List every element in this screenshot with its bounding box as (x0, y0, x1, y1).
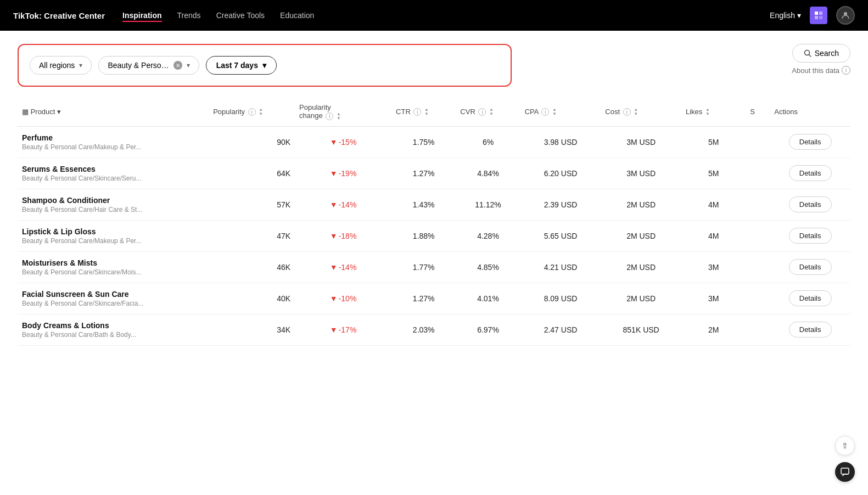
sort-icon: ▲▼ (552, 108, 557, 116)
col-header-cost[interactable]: Cost i ▲▼ (601, 98, 681, 126)
nav-link-creative-tools[interactable]: Creative Tools (216, 9, 265, 22)
down-arrow-icon: ▼ (330, 263, 338, 272)
down-arrow-icon: ▼ (330, 138, 338, 147)
info-icon: i (623, 108, 631, 116)
details-button[interactable]: Details (789, 134, 832, 150)
col-header-product[interactable]: ▦ Product ▾ (18, 98, 209, 126)
search-label: Search (815, 49, 839, 58)
cost-cell: 3M USD (601, 126, 681, 158)
product-category: Beauty & Personal Care/Skincare/Seru... (22, 175, 204, 182)
pop-change-value: ▼-10% (330, 294, 357, 303)
info-icon: i (248, 108, 256, 116)
search-button[interactable]: Search (792, 44, 850, 63)
user-avatar[interactable] (836, 6, 855, 25)
likes-cell: 4M (681, 220, 746, 251)
product-name: Lipstick & Lip Gloss (22, 227, 204, 236)
product-cell: Shampoo & Conditioner Beauty & Personal … (18, 189, 209, 220)
details-button[interactable]: Details (789, 228, 832, 244)
cpa-cell: 5.65 USD (520, 220, 601, 251)
s-cell (746, 283, 770, 314)
col-header-pop-change[interactable]: Popularitychange i ▲▼ (295, 98, 391, 126)
date-label: Last 7 days (216, 61, 258, 70)
s-cell (746, 158, 770, 189)
sort-icon: ▲▼ (489, 108, 494, 116)
product-cell: Moisturisers & Mists Beauty & Personal C… (18, 251, 209, 283)
cpa-cell: 2.47 USD (520, 314, 601, 345)
details-button[interactable]: Details (789, 290, 832, 306)
region-label: All regions (39, 61, 75, 70)
popularity-cell: 34K (209, 314, 295, 345)
filters-row: All regions ▾ Beauty & Perso… ✕ ▾ Last 7… (18, 44, 850, 93)
pop-change-cell: ▼-17% (295, 314, 391, 345)
nav-link-education[interactable]: Education (280, 9, 314, 22)
cpa-cell: 2.39 USD (520, 189, 601, 220)
popularity-cell: 64K (209, 158, 295, 189)
cpa-cell: 4.21 USD (520, 251, 601, 283)
clear-category-icon[interactable]: ✕ (173, 61, 182, 70)
actions-cell: Details (770, 220, 850, 251)
details-button[interactable]: Details (789, 322, 832, 338)
down-arrow-icon: ▼ (330, 169, 338, 178)
scroll-to-top-button[interactable]: ⇧ (835, 436, 855, 455)
svg-rect-2 (815, 16, 818, 19)
down-arrow-icon: ▼ (330, 294, 338, 303)
language-selector[interactable]: English ▾ (770, 11, 801, 20)
nav-link-trends[interactable]: Trends (177, 9, 201, 22)
cost-cell: 2M USD (601, 220, 681, 251)
product-cell: Facial Sunscreen & Sun Care Beauty & Per… (18, 283, 209, 314)
table-icon: ▦ (22, 108, 29, 116)
actions-cell: Details (770, 126, 850, 158)
cvr-cell: 6.97% (456, 314, 520, 345)
details-button[interactable]: Details (789, 259, 832, 275)
col-header-popularity[interactable]: Popularity i ▲▼ (209, 98, 295, 126)
product-category: Beauty & Personal Care/Bath & Body... (22, 331, 204, 339)
search-icon (804, 49, 811, 57)
s-cell (746, 314, 770, 345)
about-data[interactable]: About this data i (792, 66, 850, 75)
table-row: Lipstick & Lip Gloss Beauty & Personal C… (18, 220, 850, 251)
nav-link-inspiration[interactable]: Inspiration (122, 9, 162, 22)
main-content: All regions ▾ Beauty & Perso… ✕ ▾ Last 7… (0, 31, 868, 495)
col-header-cpa[interactable]: CPA i ▲▼ (520, 98, 601, 126)
table-row: Moisturisers & Mists Beauty & Personal C… (18, 251, 850, 283)
cpa-cell: 3.98 USD (520, 126, 601, 158)
pop-change-cell: ▼-14% (295, 251, 391, 283)
chat-button[interactable] (835, 462, 855, 482)
pop-change-cell: ▼-18% (295, 220, 391, 251)
nav-square-icon[interactable] (810, 7, 827, 24)
pop-change-cell: ▼-19% (295, 158, 391, 189)
chevron-down-icon: ▾ (79, 61, 82, 69)
products-table: ▦ Product ▾ Popularity i ▲▼ Popularitych… (18, 98, 850, 346)
ctr-cell: 1.43% (391, 189, 456, 220)
table-row: Body Creams & Lotions Beauty & Personal … (18, 314, 850, 345)
details-button[interactable]: Details (789, 165, 832, 181)
actions-cell: Details (770, 189, 850, 220)
s-cell (746, 251, 770, 283)
table-row: Perfume Beauty & Personal Care/Makeup & … (18, 126, 850, 158)
col-header-likes[interactable]: Likes ▲▼ (681, 98, 746, 126)
pop-change-value: ▼-18% (330, 232, 357, 240)
cost-cell: 2M USD (601, 189, 681, 220)
likes-cell: 4M (681, 189, 746, 220)
pop-change-value: ▼-14% (330, 263, 357, 272)
product-name: Facial Sunscreen & Sun Care (22, 290, 204, 299)
top-right-actions: Search About this data i (792, 44, 850, 75)
sort-icon: ▲▼ (634, 108, 638, 116)
product-name: Serums & Essences (22, 165, 204, 173)
cost-cell: 3M USD (601, 158, 681, 189)
cvr-cell: 4.84% (456, 158, 520, 189)
info-icon: i (413, 108, 421, 116)
product-cell: Serums & Essences Beauty & Personal Care… (18, 158, 209, 189)
ctr-cell: 2.03% (391, 314, 456, 345)
col-header-cvr[interactable]: CVR i ▲▼ (456, 98, 520, 126)
category-filter[interactable]: Beauty & Perso… ✕ ▾ (98, 56, 199, 75)
details-button[interactable]: Details (789, 196, 832, 212)
date-filter[interactable]: Last 7 days ▾ (206, 56, 277, 75)
svg-rect-3 (819, 16, 822, 19)
product-category: Beauty & Personal Care/Skincare/Mois... (22, 268, 204, 276)
col-header-ctr[interactable]: CTR i ▲▼ (391, 98, 456, 126)
region-filter[interactable]: All regions ▾ (30, 56, 92, 75)
cvr-cell: 4.28% (456, 220, 520, 251)
info-icon: i (541, 108, 549, 116)
cost-cell: 851K USD (601, 314, 681, 345)
